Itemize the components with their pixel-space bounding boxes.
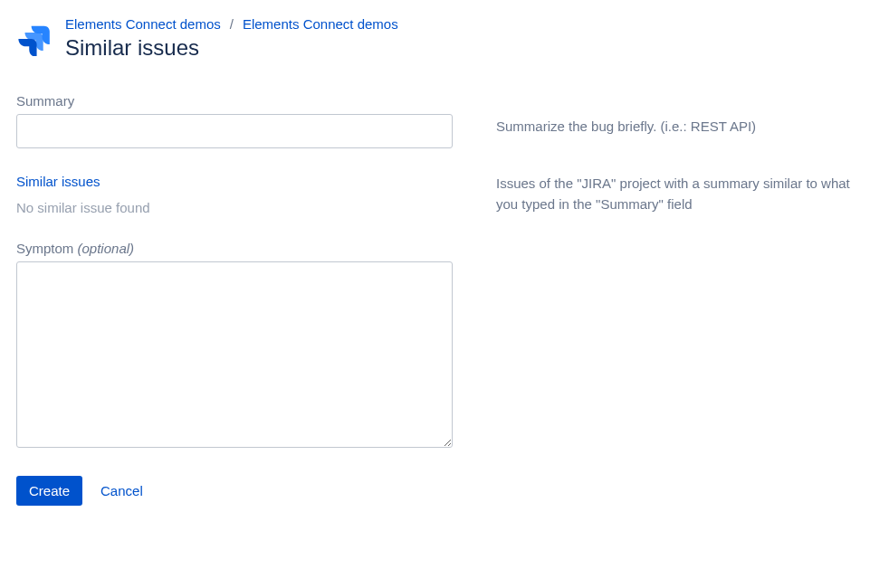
breadcrumb: Elements Connect demos / Elements Connec… [65, 16, 873, 32]
create-button[interactable]: Create [16, 476, 82, 506]
summary-input[interactable] [16, 114, 453, 148]
summary-row: Summary Summarize the bug briefly. (i.e.… [16, 93, 873, 148]
similar-issues-row: Similar issues No similar issue found Is… [16, 174, 873, 215]
cancel-button[interactable]: Cancel [97, 476, 147, 506]
symptom-label: Symptom (optional) [16, 241, 453, 256]
breadcrumb-link-1[interactable]: Elements Connect demos [243, 16, 398, 32]
symptom-optional-text: (optional) [78, 241, 135, 256]
symptom-label-text: Symptom [16, 241, 78, 256]
page-header: Elements Connect demos / Elements Connec… [16, 16, 873, 61]
summary-help-text: Summarize the bug briefly. (i.e.: REST A… [496, 93, 873, 138]
similar-issues-label: Similar issues [16, 174, 453, 189]
summary-label: Summary [16, 93, 453, 109]
similar-issues-empty: No similar issue found [16, 200, 453, 215]
symptom-textarea[interactable] [16, 261, 453, 448]
symptom-row: Symptom (optional) [16, 241, 873, 450]
breadcrumb-separator: / [230, 16, 234, 32]
page-title: Similar issues [65, 35, 873, 61]
header-text: Elements Connect demos / Elements Connec… [65, 16, 873, 61]
breadcrumb-link-0[interactable]: Elements Connect demos [65, 16, 221, 32]
jira-logo-icon [16, 22, 51, 56]
similar-issues-help-text: Issues of the "JIRA" project with a summ… [496, 174, 873, 214]
form-actions: Create Cancel [16, 476, 873, 506]
